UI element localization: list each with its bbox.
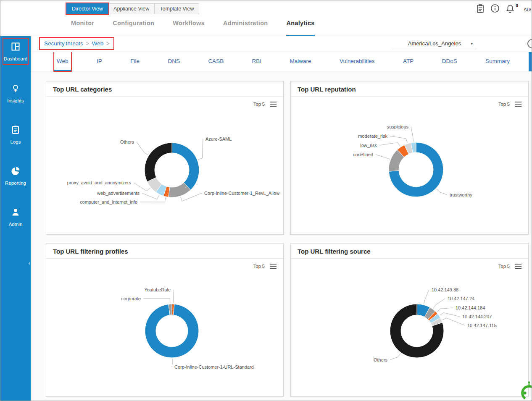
- tab-file[interactable]: File: [128, 52, 142, 71]
- tab-web[interactable]: Web: [54, 52, 71, 71]
- nav-item-configuration[interactable]: Configuration: [113, 20, 154, 36]
- tab-summary[interactable]: Summary: [483, 52, 512, 71]
- sidebar-item-logs[interactable]: Logs: [3, 122, 29, 147]
- chart-label-leader: [437, 308, 453, 312]
- card-title: Top URL filtering source: [291, 244, 528, 259]
- card-top-url-categories: Top URL categories Top 5 Azure-SAMLCorp-…: [46, 81, 284, 235]
- chart-label: Corp-Inline-Customer-1_RevL_Allow: [204, 191, 279, 196]
- tab-ddos[interactable]: DDoS: [440, 52, 460, 71]
- timezone-select[interactable]: America/Los_Angeles ▾: [393, 38, 476, 49]
- chevron-down-icon: ▾: [471, 42, 473, 46]
- donut-chart-url-filtering-profiles: YoutubeRuleCorp-Inline-Customer-1-URL-St…: [46, 259, 283, 396]
- breadcrumb-page[interactable]: Web: [92, 40, 104, 47]
- donut-chart-url-reputation: trustworthyundefinedlow_riskmoderate_ris…: [291, 97, 528, 234]
- hamburger-menu-icon[interactable]: [270, 102, 277, 102]
- chart-label-leader: [424, 290, 429, 304]
- tasks-icon[interactable]: [476, 4, 485, 15]
- view-tab-director-view[interactable]: Director View: [66, 3, 108, 14]
- sidebar-collapse-icon[interactable]: ‹: [29, 260, 30, 266]
- admin-icon: [11, 207, 20, 218]
- reporting-icon: [11, 166, 20, 177]
- tab-vulnerabilities[interactable]: Vulnerabilities: [337, 52, 377, 71]
- main-nav: MonitorConfigurationWorkflowsAdministrat…: [71, 20, 315, 36]
- chart-label-leader: [379, 143, 400, 147]
- chart-label-leader: [390, 353, 400, 360]
- notifications-icon[interactable]: [506, 4, 515, 15]
- hamburger-menu-icon[interactable]: [515, 264, 521, 265]
- donut-slice-others[interactable]: [145, 143, 172, 182]
- chart-label: YoutubeRule: [144, 287, 171, 292]
- nav-item-administration[interactable]: Administration: [223, 20, 268, 36]
- card-title: Top URL reputation: [291, 81, 528, 97]
- breadcrumb-row: Security.threats > Web > America/Los_Ang…: [31, 36, 532, 52]
- chart-label-leader: [173, 290, 174, 303]
- chart-label: Corp-Inline-Customer-1-URL-Standard: [174, 364, 254, 370]
- chart-label: corporate: [121, 296, 141, 301]
- chart-label-leader: [376, 155, 390, 159]
- tab-casb[interactable]: CASB: [205, 52, 226, 71]
- chart-label: proxy_avoid_and_anonymizers: [67, 180, 132, 185]
- analytics-tab-bar: WebIPFileDNSCASBRBIMalwareVulnerabilitie…: [31, 52, 532, 71]
- chart-label: web_advertisements: [97, 191, 140, 196]
- tab-atp[interactable]: ATP: [400, 52, 416, 71]
- tab-dns[interactable]: DNS: [165, 52, 182, 71]
- chart-label: Others: [120, 139, 134, 144]
- sidebar-item-admin[interactable]: Admin: [3, 204, 29, 229]
- view-tab-template-view[interactable]: Template View: [155, 3, 199, 14]
- top-n-label: Top 5: [498, 102, 510, 107]
- sidebar-item-reporting[interactable]: Reporting: [3, 163, 29, 188]
- nav-item-workflows[interactable]: Workflows: [173, 20, 205, 36]
- chart-label: undefined: [353, 152, 373, 157]
- tab-bar-edge-strip: [529, 52, 532, 71]
- chart-label: trustworthy: [450, 192, 472, 197]
- chart-label: low_risk: [360, 143, 377, 148]
- hamburger-menu-icon[interactable]: [270, 264, 277, 265]
- dashboard-icon: [11, 42, 20, 53]
- sidebar-item-dashboard[interactable]: Dashboard: [3, 38, 29, 65]
- breadcrumb-section[interactable]: Security.threats: [44, 40, 83, 47]
- sidebar-item-label: Dashboard: [4, 56, 27, 61]
- assistant-bot-icon[interactable]: [517, 380, 532, 401]
- tab-rbi[interactable]: RBI: [250, 52, 264, 71]
- donut-slice-azure-saml[interactable]: [172, 143, 199, 190]
- chart-label-leader: [440, 313, 460, 317]
- timezone-value: America/Los_Angeles: [408, 40, 461, 47]
- chart-label: moderate_risk: [358, 134, 387, 139]
- chart-label: Others: [374, 357, 388, 362]
- user-menu[interactable]: sus: [524, 6, 531, 13]
- sidebar-item-label: Reporting: [5, 181, 26, 186]
- chart-label-leader: [140, 197, 166, 202]
- chart-label-leader: [143, 299, 170, 303]
- sidebar-item-label: Insights: [7, 98, 24, 103]
- clipped-edge-icon: [527, 39, 532, 48]
- tab-ip[interactable]: IP: [94, 52, 105, 71]
- chart-label-leader: [172, 359, 172, 367]
- chart-label-leader: [134, 183, 150, 191]
- nav-item-analytics[interactable]: Analytics: [286, 20, 314, 36]
- chart-label: 10.42.144.184: [456, 305, 485, 310]
- breadcrumb: Security.threats > Web >: [39, 37, 114, 50]
- chart-label: Azure-SAML: [205, 136, 232, 142]
- sidebar-item-insights[interactable]: Insights: [3, 81, 29, 106]
- insights-icon: [11, 84, 20, 95]
- chart-label-leader: [437, 189, 447, 195]
- card-title: Top URL filtering profiles: [46, 244, 283, 259]
- chart-label: 10.42.147.24: [448, 296, 474, 301]
- card-top-url-reputation: Top URL reputation Top 5 trustworthyunde…: [290, 81, 529, 235]
- logs-icon: [11, 125, 20, 136]
- chart-label: 10.42.144.207: [462, 314, 492, 319]
- breadcrumb-trailing-separator: >: [106, 41, 109, 47]
- view-switcher: Director ViewAppliance ViewTemplate View: [66, 3, 199, 14]
- hamburger-menu-icon[interactable]: [515, 102, 521, 102]
- tab-malware[interactable]: Malware: [287, 52, 314, 71]
- sidebar-item-label: Admin: [9, 222, 23, 227]
- card-top-url-filtering-profiles: Top URL filtering profiles Top 5 Youtube…: [46, 243, 284, 397]
- nav-item-monitor[interactable]: Monitor: [71, 20, 94, 36]
- chart-label: suspicious: [387, 124, 409, 129]
- view-tab-appliance-view[interactable]: Appliance View: [108, 3, 155, 14]
- chart-label: 10.42.147.115: [467, 323, 497, 328]
- donut-chart-url-categories: Azure-SAMLCorp-Inline-Customer-1_RevL_Al…: [46, 97, 283, 234]
- chart-label-leader: [411, 127, 413, 142]
- chart-label-leader: [198, 139, 203, 160]
- info-icon[interactable]: [490, 4, 500, 15]
